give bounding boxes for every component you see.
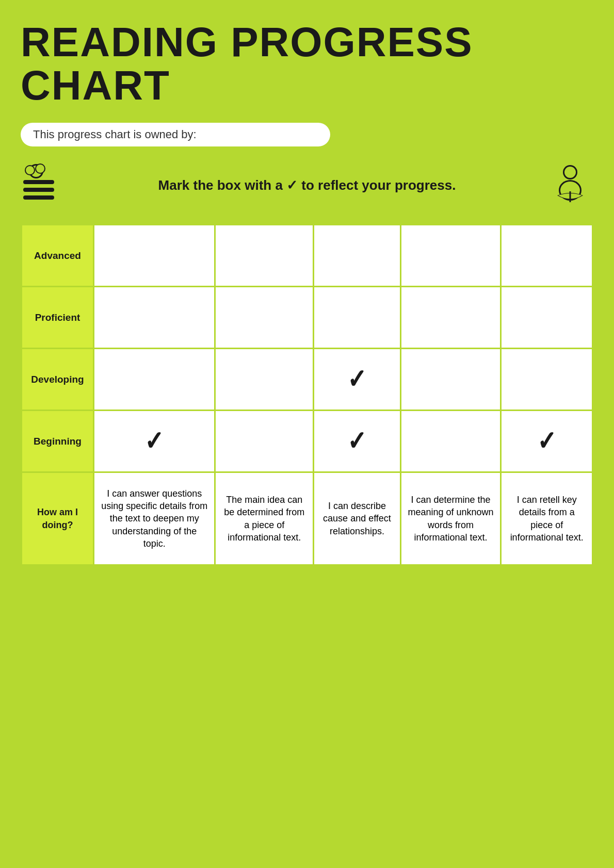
svg-rect-6 [23,180,54,184]
cell-developing-5[interactable] [501,349,593,411]
row-label-developing: Developing [22,349,94,411]
cell-developing-4[interactable] [400,349,501,411]
owner-bar: This progress chart is owned by: [21,123,330,146]
cell-advanced-5[interactable] [501,225,593,287]
cell-developing-3[interactable]: ✓ [314,349,400,411]
descriptor-4: I can determine the meaning of unknown w… [400,472,501,565]
descriptor-5: I can retell key details from a piece of… [501,472,593,565]
cell-beginning-5[interactable]: ✓ [501,411,593,472]
svg-rect-8 [23,195,54,200]
cell-proficient-4[interactable] [400,287,501,349]
cell-advanced-4[interactable] [400,225,501,287]
instruction-center: Mark the box with a ✓ to reflect your pr… [77,177,537,193]
checkmark-beginning-5: ✓ [537,423,556,459]
table-row: Developing ✓ [22,349,593,411]
svg-point-10 [564,167,576,178]
table-row: Proficient [22,287,593,349]
cell-proficient-3[interactable] [314,287,400,349]
cell-advanced-1[interactable] [94,225,215,287]
row-label-beginning: Beginning [22,411,94,472]
row-label-proficient: Proficient [22,287,94,349]
descriptor-3: I can describe cause and effect relation… [314,472,400,565]
descriptor-2: The main idea can be determined from a p… [215,472,314,565]
teacher-icon [21,162,77,208]
row-label-advanced: Advanced [22,225,94,287]
table-row-how: How am I doing? I can answer questions u… [22,472,593,565]
row-label-how: How am I doing? [22,472,94,565]
cell-advanced-3[interactable] [314,225,400,287]
cell-developing-2[interactable] [215,349,314,411]
svg-rect-7 [23,188,54,192]
descriptor-1: I can answer questions using specific de… [94,472,215,565]
svg-point-3 [26,166,34,174]
cell-advanced-2[interactable] [215,225,314,287]
instruction-text: Mark the box with a ✓ to reflect your pr… [158,177,456,193]
reader-icon [537,162,593,208]
table-row: Advanced [22,225,593,287]
page-title: READING PROGRESS CHART [21,21,593,107]
table-row: Beginning ✓ ✓ ✓ [22,411,593,472]
cell-proficient-2[interactable] [215,287,314,349]
cell-proficient-5[interactable] [501,287,593,349]
cell-beginning-4[interactable] [400,411,501,472]
cell-beginning-2[interactable] [215,411,314,472]
checkmark-beginning-3: ✓ [347,423,366,459]
progress-table: Advanced Proficient Developing ✓ [21,224,593,566]
instruction-row: Mark the box with a ✓ to reflect your pr… [21,162,593,208]
cell-beginning-1[interactable]: ✓ [94,411,215,472]
cell-developing-1[interactable] [94,349,215,411]
svg-point-5 [36,165,44,173]
cell-proficient-1[interactable] [94,287,215,349]
checkmark-beginning-1: ✓ [144,423,164,459]
checkmark-developing-3: ✓ [347,361,366,397]
cell-beginning-3[interactable]: ✓ [314,411,400,472]
